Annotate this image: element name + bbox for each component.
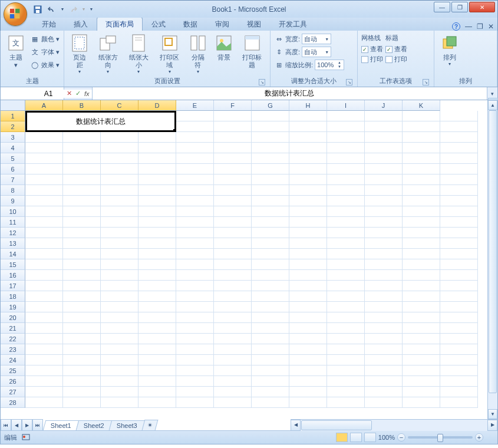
sheet-nav-first[interactable]: ⏮ — [1, 419, 11, 431]
vertical-scrollbar[interactable]: ▲ ▼ — [487, 100, 497, 419]
cell[interactable] — [440, 217, 478, 228]
cell[interactable] — [138, 217, 176, 228]
cell[interactable] — [25, 334, 63, 344]
col-header-f[interactable]: F — [214, 100, 252, 111]
cell[interactable] — [440, 312, 478, 323]
cell[interactable] — [365, 365, 403, 376]
cell[interactable] — [365, 217, 403, 228]
cell[interactable] — [403, 121, 440, 132]
cell[interactable] — [252, 206, 289, 217]
row-header[interactable]: 19 — [1, 302, 25, 312]
print-titles-button[interactable]: 打印标题 — [238, 32, 266, 77]
row-header[interactable]: 1 — [1, 111, 25, 121]
cell[interactable] — [252, 291, 289, 302]
cell[interactable] — [25, 196, 63, 206]
cell[interactable] — [403, 355, 440, 365]
cell[interactable] — [289, 397, 327, 408]
cell[interactable] — [365, 259, 403, 270]
cell[interactable] — [63, 228, 101, 238]
row-header[interactable]: 23 — [1, 344, 25, 355]
row-header[interactable]: 11 — [1, 217, 25, 228]
cell[interactable] — [176, 143, 214, 153]
cell[interactable] — [440, 387, 478, 397]
row-header[interactable]: 9 — [1, 196, 25, 206]
cell[interactable] — [101, 397, 138, 408]
cell[interactable] — [25, 365, 63, 376]
cell[interactable] — [252, 238, 289, 249]
effects-button[interactable]: ◯效果 ▾ — [30, 58, 60, 71]
cell[interactable] — [25, 312, 63, 323]
cell[interactable] — [63, 153, 101, 164]
cell[interactable] — [63, 281, 101, 291]
cell[interactable] — [63, 291, 101, 302]
cell[interactable] — [101, 228, 138, 238]
cell[interactable] — [176, 259, 214, 270]
col-header-b[interactable]: B — [63, 100, 101, 111]
margins-button[interactable]: 页边距▾ — [68, 32, 91, 77]
enter-formula-button[interactable]: ✓ — [75, 90, 81, 97]
cell[interactable] — [403, 281, 440, 291]
cell[interactable] — [63, 174, 101, 185]
cell[interactable] — [138, 344, 176, 355]
cell[interactable] — [365, 355, 403, 365]
row-header[interactable]: 7 — [1, 174, 25, 185]
cell[interactable] — [63, 302, 101, 312]
tab-page-layout[interactable]: 页面布局 — [97, 17, 143, 31]
cell[interactable] — [25, 397, 63, 408]
cell[interactable] — [327, 111, 365, 121]
cell[interactable] — [63, 206, 101, 217]
cell[interactable] — [63, 259, 101, 270]
cell[interactable] — [403, 174, 440, 185]
cell[interactable] — [403, 302, 440, 312]
zoom-slider[interactable] — [408, 436, 473, 439]
cell[interactable] — [327, 344, 365, 355]
cell[interactable] — [327, 281, 365, 291]
hscroll-track[interactable] — [372, 420, 487, 431]
cell[interactable] — [252, 344, 289, 355]
cell[interactable] — [176, 365, 214, 376]
cell[interactable] — [176, 111, 214, 121]
cell[interactable] — [101, 291, 138, 302]
cell[interactable] — [289, 376, 327, 387]
row-header[interactable]: 25 — [1, 365, 25, 376]
cell[interactable] — [63, 238, 101, 249]
cell[interactable] — [25, 174, 63, 185]
cell[interactable] — [403, 164, 440, 174]
cell[interactable] — [289, 281, 327, 291]
cell[interactable] — [101, 355, 138, 365]
cell[interactable] — [327, 365, 365, 376]
row-header[interactable]: 16 — [1, 270, 25, 281]
cell[interactable] — [252, 228, 289, 238]
cell[interactable] — [176, 376, 214, 387]
cell[interactable] — [403, 397, 440, 408]
vsplit-handle[interactable] — [488, 98, 498, 100]
name-box[interactable]: ▼ — [1, 87, 64, 100]
cell[interactable] — [252, 164, 289, 174]
fx-button[interactable]: fx — [84, 90, 90, 97]
cell[interactable] — [252, 376, 289, 387]
cell[interactable] — [327, 302, 365, 312]
cell[interactable] — [214, 249, 252, 259]
cell[interactable] — [327, 249, 365, 259]
cell[interactable] — [25, 132, 63, 143]
cell[interactable] — [138, 228, 176, 238]
cell[interactable] — [440, 121, 478, 132]
cell[interactable] — [101, 387, 138, 397]
tab-review[interactable]: 审阅 — [206, 17, 238, 31]
cell[interactable] — [214, 376, 252, 387]
cell[interactable] — [101, 249, 138, 259]
cell[interactable] — [327, 228, 365, 238]
cell[interactable] — [176, 291, 214, 302]
tab-formulas[interactable]: 公式 — [143, 17, 174, 31]
col-header-e[interactable]: E — [176, 100, 214, 111]
background-button[interactable]: 背景 — [212, 32, 236, 77]
cell[interactable] — [63, 312, 101, 323]
breaks-button[interactable]: 分隔符▾ — [186, 32, 210, 77]
cell[interactable] — [440, 259, 478, 270]
cell[interactable] — [327, 291, 365, 302]
cell[interactable] — [252, 111, 289, 121]
cell[interactable] — [365, 291, 403, 302]
cell[interactable] — [365, 143, 403, 153]
gridlines-view-checkbox[interactable]: ✓ — [361, 46, 368, 53]
row-header[interactable]: 6 — [1, 164, 25, 174]
